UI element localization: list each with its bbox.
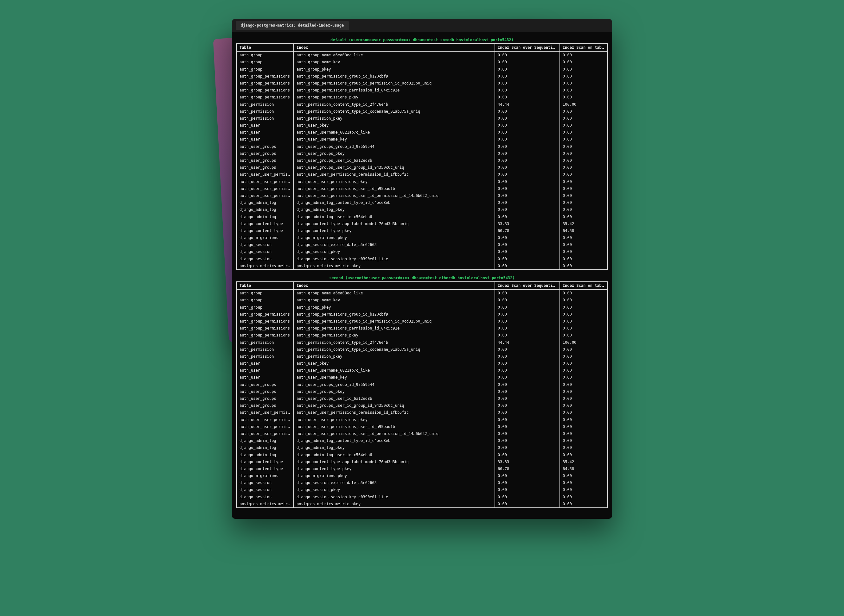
cell-scan-on-table: 0.00 [560,388,607,395]
cell-scan-on-table: 0.00 [560,51,607,59]
table-row: auth_group_permissionsauth_group_permiss… [237,325,607,332]
table-row: auth_user_user_permissionsauth_user_user… [237,409,607,416]
cell-seq-scan: 0.00 [495,263,560,270]
cell-table: django_session [237,479,294,486]
cell-seq-scan: 0.00 [495,374,560,381]
cell-seq-scan: 0.00 [495,51,560,59]
cell-scan-on-table: 100.00 [560,339,607,346]
cell-table: auth_group [237,296,294,304]
cell-index: auth_user_user_permissions_permission_id… [294,171,495,178]
cell-seq-scan: 0.00 [495,87,560,94]
cell-scan-on-table: 0.00 [560,178,607,185]
cell-scan-on-table: 100.00 [560,101,607,108]
table-row: auth_user_user_permissionsauth_user_user… [237,171,607,178]
cell-seq-scan: 44.44 [495,339,560,346]
cell-index: auth_user_groups_user_id_group_id_94350c… [294,402,495,409]
cell-scan-on-table: 0.00 [560,402,607,409]
cell-seq-scan: 0.00 [495,486,560,493]
cell-table: auth_permission [237,115,294,122]
column-header-index[interactable]: Index [294,282,495,289]
cell-table: django_session [237,486,294,493]
cell-scan-on-table: 0.00 [560,213,607,220]
column-header-seq-scan[interactable]: Index Scan over Sequential Scan [495,282,560,289]
cell-table: auth_user_user_permissions [237,430,294,437]
table-row: auth_user_user_permissionsauth_user_user… [237,185,607,192]
cell-scan-on-table: 0.00 [560,296,607,304]
cell-table: django_admin_log [237,206,294,213]
table-row: auth_user_groupsauth_user_groups_pkey0.0… [237,150,607,157]
titlebar: django-postgres-metrics: detailed-index-… [232,19,612,32]
cell-table: auth_user_groups [237,388,294,395]
table-row: django_migrationsdjango_migrations_pkey0… [237,234,607,241]
cell-index: django_session_expire_date_a5c62663 [294,241,495,248]
cell-table: auth_group [237,289,294,296]
cell-index: postgres_metrics_metric_pkey [294,500,495,508]
cell-table: auth_user [237,360,294,367]
cell-scan-on-table: 0.00 [560,318,607,325]
cell-index: auth_permission_content_type_id_codename… [294,108,495,115]
cell-scan-on-table: 0.00 [560,374,607,381]
cell-index: auth_group_permissions_group_id_permissi… [294,318,495,325]
cell-index: auth_group_pkey [294,304,495,311]
cell-index: auth_user_user_permissions_user_id_permi… [294,192,495,199]
cell-table: auth_permission [237,101,294,108]
cell-scan-on-table: 0.00 [560,346,607,353]
terminal-tab[interactable]: django-postgres-metrics: detailed-index-… [236,21,349,30]
cell-index: auth_group_permissions_pkey [294,94,495,101]
cell-table: auth_group_permissions [237,87,294,94]
cell-seq-scan: 0.00 [495,164,560,171]
database-caption: second (user=otheruser password=xxx dbna… [236,274,608,282]
cell-scan-on-table: 0.00 [560,416,607,423]
cell-seq-scan: 0.00 [495,171,560,178]
cell-table: auth_user [237,136,294,143]
cell-scan-on-table: 0.00 [560,59,607,66]
cell-scan-on-table: 0.00 [560,115,607,122]
cell-table: postgres_metrics_metric [237,263,294,270]
column-header-index[interactable]: Index [294,44,495,51]
cell-index: auth_user_pkey [294,360,495,367]
column-header-seq-scan[interactable]: Index Scan over Sequential Scan [495,44,560,51]
cell-table: auth_group_permissions [237,73,294,80]
cell-seq-scan: 0.00 [495,59,560,66]
cell-index: auth_user_groups_group_id_97559544 [294,381,495,388]
cell-table: django_content_type [237,220,294,227]
table-row: auth_user_groupsauth_user_groups_group_i… [237,381,607,388]
column-header-scan-on-table[interactable]: Index Scan on table [560,44,607,51]
cell-scan-on-table: 0.00 [560,248,607,255]
cell-index: auth_user_user_permissions_pkey [294,416,495,423]
cell-scan-on-table: 0.00 [560,437,607,444]
table-row: django_sessiondjango_session_expire_date… [237,241,607,248]
cell-scan-on-table: 0.00 [560,263,607,270]
cell-index: auth_user_user_permissions_user_id_a95ea… [294,423,495,430]
column-header-scan-on-table[interactable]: Index Scan on table [560,282,607,289]
cell-table: auth_group_permissions [237,94,294,101]
table-row: django_migrationsdjango_migrations_pkey0… [237,472,607,479]
cell-scan-on-table: 0.00 [560,486,607,493]
cell-scan-on-table: 0.00 [560,108,607,115]
cell-scan-on-table: 0.00 [560,192,607,199]
cell-index: auth_group_name_a6ea08ec_like [294,289,495,296]
cell-table: django_admin_log [237,444,294,451]
cell-scan-on-table: 0.00 [560,311,607,318]
cell-index: auth_group_name_key [294,296,495,304]
cell-table: auth_group_permissions [237,311,294,318]
table-row: auth_user_user_permissionsauth_user_user… [237,423,607,430]
table-row: django_content_typedjango_content_type_p… [237,227,607,234]
table-row: auth_user_user_permissionsauth_user_user… [237,192,607,199]
cell-seq-scan: 0.00 [495,318,560,325]
cell-scan-on-table: 0.00 [560,381,607,388]
cell-seq-scan: 0.00 [495,395,560,402]
table-row: django_admin_logdjango_admin_log_user_id… [237,452,607,458]
table-row: auth_group_permissionsauth_group_permiss… [237,332,607,339]
column-header-table[interactable]: Table [237,44,294,51]
cell-scan-on-table: 35.42 [560,220,607,227]
cell-table: auth_group_permissions [237,325,294,332]
cell-table: auth_user_groups [237,150,294,157]
column-header-table[interactable]: Table [237,282,294,289]
cell-index: auth_user_groups_user_id_group_id_94350c… [294,164,495,171]
cell-scan-on-table: 35.42 [560,458,607,465]
table-row: auth_permissionauth_permission_content_t… [237,346,607,353]
cell-scan-on-table: 0.00 [560,164,607,171]
cell-index: django_content_type_app_label_model_76bd… [294,220,495,227]
table-row: auth_userauth_user_pkey0.000.00 [237,360,607,367]
